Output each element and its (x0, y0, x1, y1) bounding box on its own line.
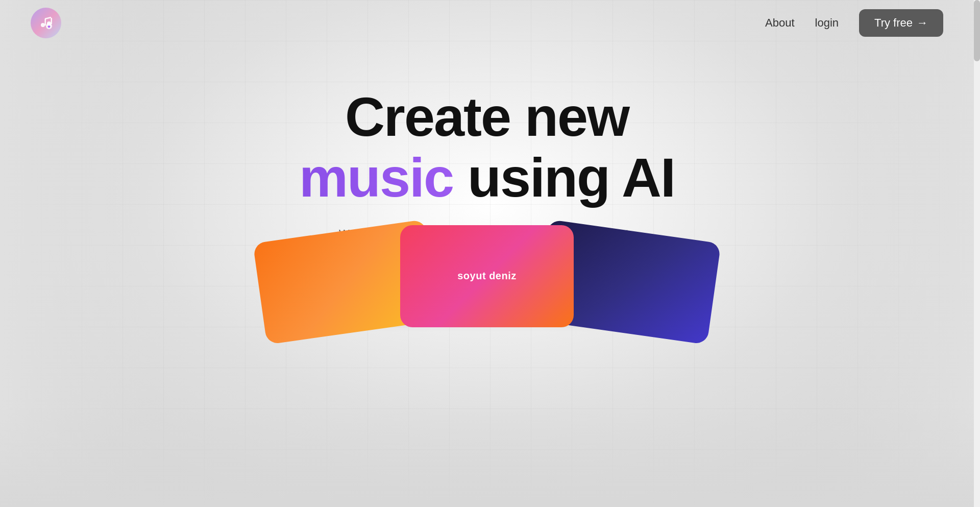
logo-icon: ★ (31, 8, 61, 38)
svg-text:★: ★ (47, 24, 51, 29)
nav-login-link[interactable]: login (815, 16, 839, 30)
scrollbar[interactable] (974, 0, 980, 507)
cards-section: soyut deniz (181, 210, 793, 322)
card-center-label: soyut deniz (457, 270, 517, 282)
scrollbar-thumb[interactable] (974, 0, 980, 61)
hero-title: Create new music using AI (299, 87, 675, 208)
svg-rect-3 (51, 18, 53, 24)
svg-rect-2 (45, 19, 46, 26)
nav-try-free-button[interactable]: Try free → (859, 9, 943, 37)
hero-title-music: music (299, 147, 453, 208)
nav-about-link[interactable]: About (765, 16, 795, 30)
card-center: soyut deniz (400, 225, 574, 327)
arrow-icon: → (917, 16, 928, 30)
hero-title-line1: Create new (345, 86, 629, 148)
background-fade-bottom (0, 405, 980, 507)
nav-links: About login Try free → (765, 9, 943, 37)
svg-point-0 (41, 23, 45, 27)
navbar: ★ About login Try free → (0, 0, 974, 46)
hero-title-line2: using AI (468, 147, 675, 208)
logo[interactable]: ★ (31, 8, 61, 38)
